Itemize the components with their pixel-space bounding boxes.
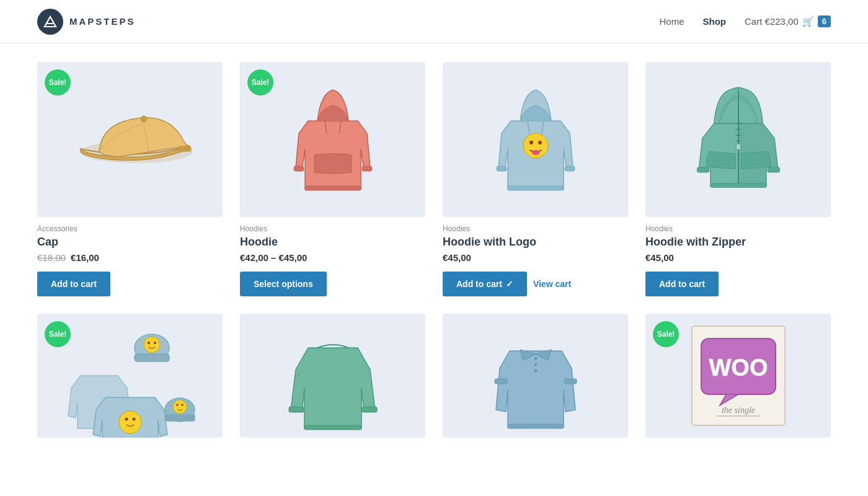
main-nav: Home Shop Cart €223,00 🛒 6 bbox=[660, 16, 831, 27]
svg-rect-9 bbox=[362, 166, 372, 171]
price-hoodie: €42,00 – €45,00 bbox=[240, 252, 425, 263]
add-to-cart-hoodie-logo[interactable]: Add to cart ✓ bbox=[443, 272, 527, 296]
product-card-hoodie-logo: Hoodies Hoodie with Logo €45,00 Add to c… bbox=[443, 62, 628, 296]
svg-rect-10 bbox=[305, 186, 361, 190]
add-to-cart-cap[interactable]: Add to cart bbox=[37, 272, 110, 296]
product-image-woo: Sale! WOO the single bbox=[645, 314, 831, 438]
product-card-hoodie-set: Sale! bbox=[37, 314, 223, 445]
product-image-cap: Sale! bbox=[37, 62, 223, 217]
product-card-longsleeve bbox=[240, 314, 425, 445]
svg-point-16 bbox=[532, 150, 539, 155]
svg-marker-0 bbox=[45, 17, 56, 27]
product-image-hoodie-set: Sale! bbox=[37, 314, 223, 438]
svg-rect-19 bbox=[565, 166, 575, 171]
product-card-cap: Sale! bbox=[37, 62, 223, 296]
svg-point-35 bbox=[154, 342, 156, 344]
svg-point-33 bbox=[144, 337, 160, 353]
price-hoodie-logo-val: €45,00 bbox=[443, 252, 471, 263]
logo-text: MAPSTEPS bbox=[69, 16, 136, 27]
price-old-cap: €18,00 bbox=[37, 252, 66, 263]
view-cart-link[interactable]: View cart bbox=[533, 279, 571, 289]
product-card-polo bbox=[443, 314, 628, 445]
price-range-hoodie: €42,00 – €45,00 bbox=[240, 252, 307, 263]
svg-point-15 bbox=[538, 141, 542, 144]
category-hoodie-zipper: Hoodies bbox=[645, 224, 831, 233]
svg-text:WOO: WOO bbox=[709, 355, 768, 381]
product-image-hoodie: Sale! bbox=[240, 62, 425, 217]
product-card-woo: Sale! WOO the single bbox=[645, 314, 831, 445]
price-hoodie-logo: €45,00 bbox=[443, 252, 628, 263]
svg-point-52 bbox=[534, 363, 537, 366]
name-hoodie: Hoodie bbox=[240, 236, 425, 249]
svg-point-38 bbox=[132, 418, 135, 421]
svg-rect-27 bbox=[736, 144, 741, 149]
svg-rect-32 bbox=[135, 354, 169, 361]
svg-rect-8 bbox=[294, 166, 304, 171]
checkmark-icon: ✓ bbox=[506, 279, 513, 289]
svg-point-3 bbox=[141, 116, 147, 122]
svg-point-34 bbox=[148, 342, 150, 344]
name-cap: Cap bbox=[37, 236, 223, 249]
add-to-cart-hoodie-zipper[interactable]: Add to cart bbox=[645, 272, 719, 296]
svg-rect-56 bbox=[508, 424, 564, 428]
main-content: Sale! bbox=[0, 43, 868, 464]
nav-home[interactable]: Home bbox=[660, 16, 684, 27]
sale-badge-cap: Sale! bbox=[45, 69, 71, 95]
product-grid: Sale! bbox=[37, 62, 831, 445]
svg-rect-54 bbox=[495, 379, 507, 384]
price-new-cap: €16,00 bbox=[71, 252, 99, 263]
product-card-hoodie: Sale! bbox=[240, 62, 425, 296]
name-hoodie-logo: Hoodie with Logo bbox=[443, 236, 628, 249]
name-hoodie-zipper: Hoodie with Zipper bbox=[645, 236, 831, 249]
svg-rect-47 bbox=[362, 407, 377, 412]
svg-text:the single: the single bbox=[721, 405, 755, 415]
product-image-hoodie-logo bbox=[443, 62, 628, 217]
svg-point-43 bbox=[181, 404, 184, 406]
product-image-polo bbox=[443, 314, 628, 438]
category-hoodie: Hoodies bbox=[240, 224, 425, 233]
logo-icon bbox=[37, 9, 63, 35]
svg-rect-48 bbox=[304, 425, 361, 430]
svg-point-53 bbox=[534, 370, 537, 373]
price-hoodie-zipper: €45,00 bbox=[645, 252, 831, 263]
price-cap: €18,00 €16,00 bbox=[37, 252, 223, 263]
svg-rect-20 bbox=[508, 186, 564, 190]
svg-rect-55 bbox=[564, 379, 577, 384]
category-hoodie-logo: Hoodies bbox=[443, 224, 628, 233]
svg-rect-46 bbox=[289, 407, 304, 412]
svg-point-36 bbox=[119, 411, 141, 433]
cart-label: Cart €223,00 bbox=[745, 16, 799, 27]
svg-point-51 bbox=[534, 357, 537, 360]
category-cap: Accessories bbox=[37, 224, 223, 233]
product-card-hoodie-zipper: Hoodies Hoodie with Zipper €45,00 Add to… bbox=[645, 62, 831, 296]
sale-badge-woo: Sale! bbox=[653, 321, 679, 347]
svg-rect-30 bbox=[711, 184, 766, 188]
select-options-hoodie[interactable]: Select options bbox=[240, 272, 327, 296]
svg-point-37 bbox=[125, 418, 128, 421]
logo[interactable]: MAPSTEPS bbox=[37, 9, 136, 35]
svg-rect-29 bbox=[767, 167, 779, 172]
cart-count: 6 bbox=[818, 16, 831, 27]
product-image-longsleeve bbox=[240, 314, 425, 438]
sale-badge-hoodie: Sale! bbox=[247, 69, 273, 95]
cart-button[interactable]: Cart €223,00 🛒 6 bbox=[745, 16, 831, 27]
product-image-hoodie-zipper bbox=[645, 62, 831, 217]
svg-rect-18 bbox=[497, 166, 507, 171]
price-hoodie-zipper-val: €45,00 bbox=[645, 252, 674, 263]
sale-badge-hoodie-set: Sale! bbox=[45, 321, 71, 347]
svg-rect-40 bbox=[165, 415, 195, 421]
add-to-cart-area-hoodie-logo: Add to cart ✓ View cart bbox=[443, 272, 628, 296]
svg-point-41 bbox=[173, 400, 187, 414]
site-header: MAPSTEPS Home Shop Cart €223,00 🛒 6 bbox=[0, 0, 868, 43]
nav-shop[interactable]: Shop bbox=[703, 16, 727, 27]
svg-rect-28 bbox=[697, 167, 709, 172]
cart-icon: 🛒 bbox=[802, 16, 814, 27]
svg-point-42 bbox=[176, 404, 179, 406]
